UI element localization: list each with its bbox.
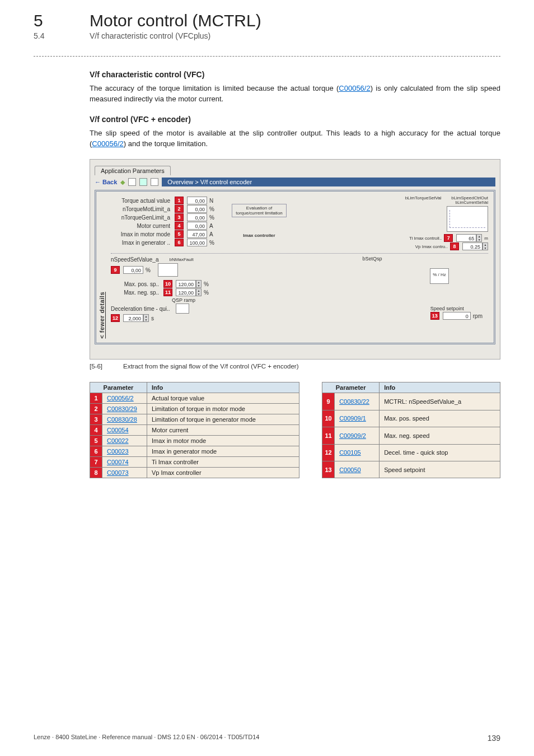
row-marker: 2	[90, 404, 102, 414]
page-number: 139	[488, 734, 500, 743]
toolbar-icon-2[interactable]	[139, 178, 147, 186]
unit: %	[209, 214, 214, 221]
label: nSpeedSetValue_a	[111, 256, 158, 263]
signal-label: bSetQsp	[256, 256, 488, 262]
info-cell: Motor current	[147, 425, 299, 436]
param-link[interactable]: C00830/22	[339, 398, 369, 405]
info-cell: Vp Imax controller	[147, 468, 299, 478]
label: Ti Imax controll..	[409, 236, 442, 241]
param-cell: C00050	[335, 461, 380, 478]
marker-13: 13	[430, 312, 439, 320]
value-6: 100,00	[187, 239, 207, 246]
info-cell: Limitation of torque in motor mode	[147, 404, 299, 414]
spinner[interactable]: ▲▼	[143, 314, 149, 322]
imax-controller-label: Imax controller	[228, 233, 290, 238]
marker-4: 4	[175, 222, 184, 230]
table-row: 11C00909/2Max. neg. speed	[322, 427, 500, 444]
limit-graph	[447, 206, 488, 232]
label: Max. neg. sp..	[111, 290, 161, 296]
table-row: 9C00830/22MCTRL: nSpeedSetValue_a	[322, 393, 500, 410]
unit: rpm	[473, 313, 483, 319]
row-marker: 8	[90, 468, 102, 478]
figure-caption: Extract from the signal flow of the V/f …	[123, 363, 299, 370]
speed-setpoint-label: Speed setpoint	[430, 306, 483, 311]
param-link-c00056-2-b[interactable]: C00056/2	[92, 139, 123, 148]
marker-8: 8	[450, 242, 459, 250]
table-row: 3C00830/28Limitation of torque in genera…	[90, 414, 299, 425]
value-1: 0,00	[187, 197, 207, 204]
text: The accuracy of the torque limitation is…	[90, 84, 339, 92]
spinner[interactable]: ▲▼	[196, 280, 202, 288]
param-link[interactable]: C00050	[339, 466, 361, 473]
toolbar-icon-1[interactable]	[128, 178, 136, 186]
unit: %	[209, 240, 214, 246]
info-cell: MCTRL: nSpeedSetValue_a	[380, 393, 500, 410]
param-link[interactable]: C00830/29	[107, 405, 137, 412]
param-link[interactable]: C00909/1	[339, 415, 366, 422]
spinner[interactable]: ▲▼	[476, 234, 482, 242]
section-number: 5.4	[34, 31, 67, 40]
value-12[interactable]: 2,000	[123, 314, 143, 322]
marker-1: 1	[175, 197, 184, 204]
vfc-body: The accuracy of the torque limitation is…	[90, 83, 500, 105]
section-title: V/f characteristic control (VFCplus)	[90, 31, 210, 40]
eval-block-label: Evaluation of torque/current limitation	[232, 204, 287, 217]
marker-11: 11	[163, 288, 172, 296]
col-parameter: Parameter	[322, 382, 380, 393]
param-link[interactable]: C00056/2	[107, 395, 134, 402]
marker-10: 10	[163, 280, 172, 288]
value-3: 0,00	[187, 213, 207, 221]
param-cell: C00073	[102, 468, 147, 478]
value-7[interactable]: 65	[456, 234, 476, 242]
vfc-encoder-heading: V/f control (VFC + encoder)	[90, 115, 500, 124]
spinner[interactable]: ▲▼	[196, 288, 202, 296]
table-row: 4C00054Motor current	[90, 425, 299, 436]
param-link[interactable]: C00023	[107, 448, 129, 455]
signal-label: bLimSpeedCtrlOut	[451, 195, 488, 200]
param-link[interactable]: C00073	[107, 469, 129, 476]
value-13: 0	[443, 312, 471, 320]
param-cell: C00830/29	[102, 404, 147, 414]
value-10[interactable]: 120,00	[176, 280, 196, 288]
spinner[interactable]: ▲▼	[483, 242, 488, 250]
fewer-details-toggle[interactable]: < fewer details	[99, 292, 105, 339]
param-link[interactable]: C00074	[107, 459, 129, 465]
param-link[interactable]: C00054	[107, 427, 129, 433]
info-cell: Limitation of torque in generator mode	[147, 414, 299, 425]
row-marker: 5	[90, 436, 102, 446]
info-cell: Max. pos. speed	[380, 410, 500, 427]
param-cell: C00830/22	[335, 393, 380, 410]
signal-label: bLimCurrentSetVal	[455, 200, 488, 204]
value-5: 47,00	[187, 230, 207, 238]
param-link[interactable]: C00022	[107, 437, 129, 444]
figure-tag: [5-6]	[90, 363, 123, 370]
toolbar-icon-3[interactable]	[151, 178, 158, 186]
param-link[interactable]: C00909/2	[339, 432, 366, 439]
signal-flow-figure: Application Parameters ← Back ◆ Overview…	[90, 159, 500, 360]
table-row: 6C00023Imax in generator mode	[90, 446, 299, 457]
param-link[interactable]: C00830/28	[107, 416, 137, 423]
forward-icon[interactable]: ◆	[120, 179, 125, 186]
value-8[interactable]: 0.25	[462, 242, 483, 250]
param-cell: C00074	[102, 457, 147, 468]
param-cell: C00056/2	[102, 393, 147, 404]
unit: s	[151, 315, 154, 321]
chapter-number: 5	[34, 11, 67, 30]
table-row: 8C00073Vp Imax controller	[90, 468, 299, 478]
unit: A	[209, 231, 213, 237]
table-row: 7C00074Ti Imax controller	[90, 457, 299, 468]
toolbar: ← Back ◆ Overview > V/f control encoder	[95, 178, 495, 186]
unit: %	[204, 281, 209, 287]
vfc-encoder-body: The slip speed of the motor is available…	[90, 128, 500, 150]
value-11[interactable]: 120,00	[176, 288, 196, 296]
param-table-left: Parameter Info 1C00056/2Actual torque va…	[90, 382, 299, 478]
row-marker: 3	[90, 414, 102, 425]
app-parameters-tab[interactable]: Application Parameters	[95, 166, 171, 175]
param-link[interactable]: C00105	[339, 449, 361, 456]
back-button[interactable]: ← Back	[95, 179, 117, 185]
label: Imax in motor mode	[111, 231, 172, 237]
param-link-c00056-2[interactable]: C00056/2	[339, 84, 370, 92]
param-cell: C00054	[102, 425, 147, 436]
table-row: 2C00830/29Limitation of torque in motor …	[90, 404, 299, 414]
marker-9: 9	[111, 266, 120, 274]
